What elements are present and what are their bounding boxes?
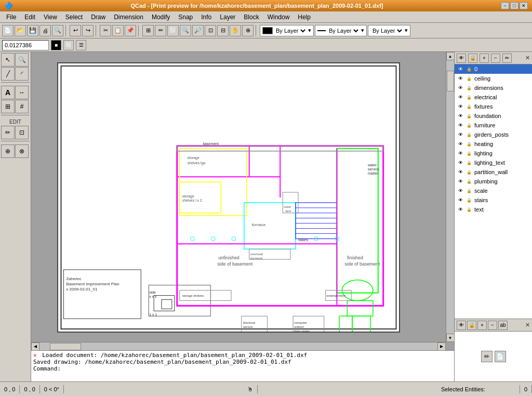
block-add-button[interactable]: + [477,321,487,330]
snap1-button[interactable]: ⊕ [1,144,15,158]
line-button[interactable]: ╱ [1,67,15,81]
zoom-select-button[interactable]: ⊟ [217,25,229,36]
print-preview-button[interactable]: 🔍 [52,25,63,36]
color-select[interactable]: By Layer [274,27,307,34]
grid-button[interactable]: ⊞ [142,25,154,36]
layer-eye-furniture[interactable]: 👁 [457,122,464,129]
vertical-scrollbar[interactable]: ▲ ▼ [446,52,454,342]
layer-item-lighting_text[interactable]: 👁🔒lighting_text [455,158,532,167]
block-remove-button[interactable]: − [488,321,497,330]
maximize-button[interactable]: □ [510,2,518,9]
layer-item-foundation[interactable]: 👁🔒foundation [455,111,532,121]
grid2-button[interactable]: # [15,100,29,113]
zoom-button[interactable]: 🔍 [15,53,29,67]
text-button[interactable]: A [1,86,15,99]
layer-eye-plumbing[interactable]: 👁 [457,178,464,185]
zoom-in-button[interactable]: 🔍 [180,25,191,36]
layer-eye-scale[interactable]: 👁 [457,187,464,194]
zoom-fit-button[interactable]: ⊡ [205,25,216,36]
scroll-down-button[interactable]: ▼ [446,334,455,342]
coordinate-box[interactable]: 0.0127386 [2,40,49,50]
layer-item-scale[interactable]: 👁🔒scale [455,186,532,195]
layer-eye-partition_wall[interactable]: 👁 [457,168,464,176]
layer-eye-stairs[interactable]: 👁 [457,196,464,204]
drawing-area[interactable]: Zahorec Basement Improvement Plan v 2009… [31,52,454,350]
menu-file[interactable]: File [2,12,20,22]
scroll-left-button[interactable]: ◀ [31,342,39,351]
layer-add-button[interactable]: + [480,54,489,63]
layer-item-partition_wall[interactable]: 👁🔒partition_wall [455,167,532,177]
layer-eye-0[interactable]: 👁 [457,65,464,73]
snap2-button[interactable]: ⊗ [15,144,29,158]
layer-eye-text[interactable]: 👁 [457,206,464,213]
linewidth-select[interactable]: By Layer [370,27,404,34]
layer-eye-foundation[interactable]: 👁 [457,112,464,120]
select-button[interactable]: ⊕ [242,25,254,36]
coord-color-btn[interactable]: ■ [51,40,61,50]
horizontal-scrollbar[interactable]: ◀ ▶ [31,342,446,350]
close-button[interactable]: ✕ [520,2,528,9]
linetype-select[interactable]: By Layer [327,27,360,34]
zoom-out-button[interactable]: 🔎 [192,25,204,36]
print-button[interactable]: 🖨 [39,25,51,36]
menu-modify[interactable]: Modify [148,12,174,22]
erase-button[interactable]: ⬜ [167,25,179,36]
cut-button[interactable]: ✂ [100,25,111,36]
block-insert-button[interactable]: 📄 [495,351,506,362]
undo-button[interactable]: ↩ [70,25,81,36]
layer-eye-heating[interactable]: 👁 [457,140,464,148]
menu-layer[interactable]: Layer [216,12,240,22]
scroll-right-button[interactable]: ▶ [437,342,446,351]
redo-button[interactable]: ↪ [82,25,94,36]
linewidth-combo[interactable]: By Layer ▾ [368,25,410,36]
layer-item-0[interactable]: 👁🔒0 [455,64,532,74]
arrow-button[interactable]: ↖ [1,53,15,67]
menu-view[interactable]: View [39,12,61,22]
menu-block[interactable]: Block [240,12,263,22]
new-button[interactable]: 📄 [2,25,14,36]
layer-item-stairs[interactable]: 👁🔒stairs [455,195,532,205]
layer-item-dimensions[interactable]: 👁🔒dimensions [455,83,532,93]
layer-item-girders_posts[interactable]: 👁🔒girders_posts [455,130,532,139]
coord-extra-btn2[interactable]: ☰ [76,40,86,50]
layer-eye-lighting[interactable]: 👁 [457,150,464,157]
save-button[interactable]: 💾 [27,25,38,36]
layer-lock-toggle[interactable]: 🔒 [468,54,477,63]
menu-select[interactable]: Select [61,12,87,22]
layer-eye-dimensions[interactable]: 👁 [457,84,464,91]
menu-dimension[interactable]: Dimension [110,12,148,22]
layer-item-fixtures[interactable]: 👁🔒fixtures [455,102,532,111]
layers-list[interactable]: 👁🔒0👁🔒ceiling👁🔒dimensions👁🔒electrical👁🔒fi… [455,64,532,319]
layer-edit-button[interactable]: ✏ [502,54,512,63]
color-combo[interactable]: By Layer ▾ [260,25,314,36]
layer-eye-lighting_text[interactable]: 👁 [457,159,464,166]
layer-item-electrical[interactable]: 👁🔒electrical [455,93,532,102]
layer-eye-girders_posts[interactable]: 👁 [457,131,464,138]
layer-item-lighting[interactable]: 👁🔒lighting [455,149,532,158]
open-button[interactable]: 📂 [15,25,26,36]
scale2-button[interactable]: ↔ [15,86,29,99]
menu-edit[interactable]: Edit [20,12,39,22]
hatch-button[interactable]: ⊞ [1,100,15,113]
layer-visibility-toggle[interactable]: 👁 [457,54,466,63]
block-pencil-button[interactable]: ✏ [481,351,493,362]
menu-draw[interactable]: Draw [87,12,110,22]
menu-info[interactable]: Info [197,12,216,22]
copy-button[interactable]: 📋 [112,25,124,36]
block-panel-close[interactable]: ✕ [525,322,530,328]
layer-item-text[interactable]: 👁🔒text [455,205,532,214]
edit2-button[interactable]: ⊡ [15,126,29,139]
layers-panel-close[interactable]: ✕ [525,55,530,61]
menu-snap[interactable]: Snap [174,12,197,22]
layer-eye-ceiling[interactable]: 👁 [457,75,464,82]
menu-window[interactable]: Window [263,12,294,22]
pan-button[interactable]: ✋ [230,25,241,36]
block-text-button[interactable]: ab [498,321,508,330]
layer-item-plumbing[interactable]: 👁🔒plumbing [455,177,532,186]
coord-extra-btn[interactable]: ⬜ [63,40,74,50]
layer-remove-button[interactable]: − [491,54,500,63]
arc-button[interactable]: ◜ [15,67,29,81]
block-visibility-toggle[interactable]: 👁 [457,321,466,330]
pencil-button[interactable]: ✏ [155,25,166,36]
menu-help[interactable]: Help [294,12,315,22]
